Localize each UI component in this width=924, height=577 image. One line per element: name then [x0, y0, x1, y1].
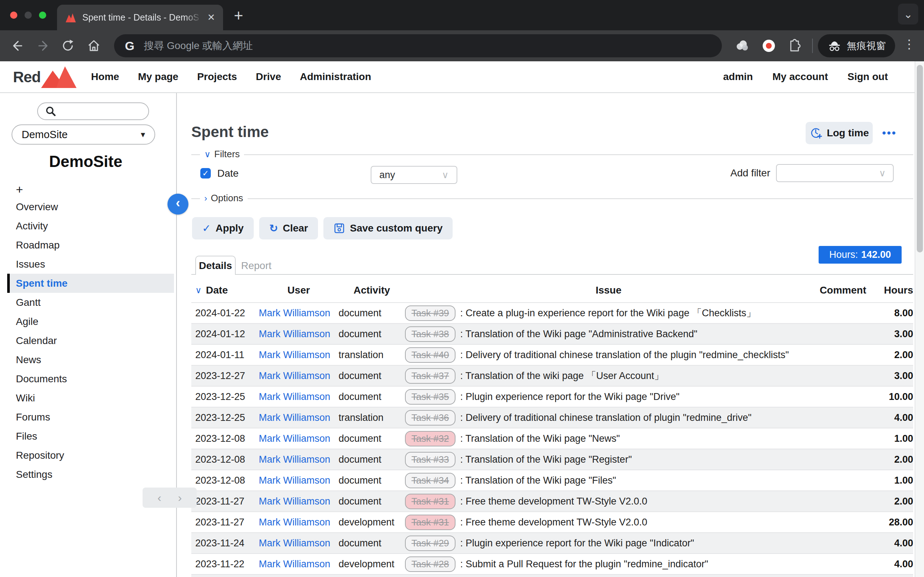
sidebar-collapse-button[interactable]: ‹: [168, 193, 188, 214]
sidebar-item-files[interactable]: Files: [0, 427, 177, 446]
nav-item-administration[interactable]: Administration: [300, 71, 372, 82]
nav-item-my-page[interactable]: My page: [138, 71, 178, 82]
user-link[interactable]: Mark Williamson: [259, 391, 339, 403]
date-filter-checkbox[interactable]: ✓: [200, 168, 211, 179]
task-pill[interactable]: Task #37: [405, 368, 456, 384]
extension-cloud-icon[interactable]: [735, 39, 749, 53]
issue-cell: Task #38: Translation of the Wiki page "…: [405, 326, 812, 342]
filters-legend[interactable]: ∨ Filters: [200, 148, 244, 160]
user-nav-sign-out[interactable]: Sign out: [848, 71, 888, 82]
sidebar-item-documents[interactable]: Documents: [0, 369, 177, 388]
sidebar-item-wiki[interactable]: Wiki: [0, 388, 177, 408]
task-pill[interactable]: Task #38: [405, 326, 456, 342]
sidebar-item-repository[interactable]: Repository: [0, 446, 177, 465]
window-zoom-button[interactable]: [39, 11, 46, 19]
task-pill[interactable]: Task #28: [405, 556, 456, 572]
user-link[interactable]: Mark Williamson: [259, 350, 339, 361]
sidebar-item-roadmap[interactable]: Roadmap: [0, 235, 177, 255]
task-pill[interactable]: Task #36: [405, 410, 456, 425]
back-icon[interactable]: [10, 39, 24, 53]
task-pill[interactable]: Task #34: [405, 473, 456, 488]
add-filter-select[interactable]: ∨: [776, 164, 894, 182]
clear-button[interactable]: ↻ Clear: [259, 217, 318, 239]
sidebar-item-calendar[interactable]: Calendar: [0, 331, 177, 350]
page-scrollbar[interactable]: [914, 61, 924, 577]
column-header-hours[interactable]: Hours: [866, 285, 913, 296]
sidebar-item-forums[interactable]: Forums: [0, 408, 177, 427]
task-pill[interactable]: Task #31: [405, 494, 456, 509]
sidebar-item-activity[interactable]: Activity: [0, 216, 177, 235]
user-link[interactable]: Mark Williamson: [259, 329, 339, 340]
task-pill[interactable]: Task #33: [405, 452, 456, 467]
sidebar-resize-control[interactable]: ‹ ›: [142, 488, 197, 508]
sidebar-add-button[interactable]: +: [16, 182, 23, 197]
sidebar-item-gantt[interactable]: Gantt: [0, 293, 177, 312]
scrollbar-thumb[interactable]: [917, 65, 923, 253]
sidebar-item-spent-time[interactable]: Spent time: [7, 274, 174, 293]
task-pill[interactable]: Task #35: [405, 389, 456, 405]
tab-report[interactable]: Report: [236, 257, 276, 274]
forward-icon[interactable]: [37, 39, 51, 53]
date-operator-select[interactable]: any ∨: [371, 166, 457, 184]
log-time-button[interactable]: Log time: [806, 122, 873, 144]
date-cell: 2023-12-08: [195, 475, 259, 486]
user-link[interactable]: Mark Williamson: [259, 371, 339, 382]
home-icon[interactable]: [87, 39, 101, 53]
options-legend-label: Options: [211, 193, 243, 204]
options-legend[interactable]: › Options: [200, 193, 247, 204]
user-link[interactable]: Mark Williamson: [259, 433, 339, 444]
window-close-button[interactable]: [10, 11, 17, 19]
sidebar-item-overview[interactable]: Overview: [0, 197, 177, 216]
extensions-puzzle-icon[interactable]: [788, 39, 802, 53]
redmine-logo[interactable]: Red: [13, 66, 77, 88]
task-pill[interactable]: Task #40: [405, 347, 456, 363]
search-input[interactable]: [37, 102, 149, 120]
tab-close-icon[interactable]: ✕: [207, 12, 215, 23]
column-header-user[interactable]: User: [259, 285, 339, 296]
user-link[interactable]: Mark Williamson: [259, 496, 339, 507]
user-link[interactable]: Mark Williamson: [259, 517, 339, 528]
user-link[interactable]: Mark Williamson: [259, 475, 339, 486]
issue-subject: : Translation of the Wiki page "Files": [460, 475, 616, 486]
tab-details[interactable]: Details: [195, 256, 236, 275]
user-nav-my-account[interactable]: My account: [772, 71, 828, 82]
sidebar-item-agile[interactable]: Agile: [0, 312, 177, 331]
reload-icon[interactable]: [61, 39, 75, 53]
toolbar-divider: [812, 39, 813, 53]
browser-menu-icon[interactable]: ⋮: [903, 37, 915, 51]
sidebar-item-issues[interactable]: Issues: [0, 255, 177, 274]
column-header-issue[interactable]: Issue: [405, 285, 812, 296]
redmine-favicon: [65, 13, 76, 23]
user-link[interactable]: Mark Williamson: [259, 308, 339, 319]
nav-item-home[interactable]: Home: [91, 71, 119, 82]
task-pill[interactable]: Task #31: [405, 515, 456, 530]
more-actions-icon[interactable]: •••: [882, 127, 897, 139]
user-link[interactable]: Mark Williamson: [259, 412, 339, 423]
user-link[interactable]: Mark Williamson: [259, 454, 339, 465]
sidebar-item-news[interactable]: News: [0, 350, 177, 369]
task-pill[interactable]: Task #29: [405, 535, 456, 551]
tab-search-button[interactable]: ⌄: [898, 3, 918, 24]
apply-button[interactable]: ✓ Apply: [192, 217, 254, 239]
issue-cell: Task #37: Translation of the wiki page 「…: [405, 368, 812, 384]
browser-tab[interactable]: Spent time - Details - DemoS ✕: [57, 5, 223, 30]
column-header-activity[interactable]: Activity: [339, 285, 405, 296]
task-pill[interactable]: Task #39: [405, 305, 456, 321]
nav-item-drive[interactable]: Drive: [256, 71, 281, 82]
user-nav-admin[interactable]: admin: [723, 71, 753, 82]
project-select[interactable]: DemoSite ▾: [11, 124, 155, 145]
user-link[interactable]: Mark Williamson: [259, 559, 339, 570]
activity-cell: document: [339, 475, 405, 486]
window-minimize-button[interactable]: [24, 11, 32, 19]
new-tab-button[interactable]: +: [234, 6, 243, 24]
nav-item-projects[interactable]: Projects: [197, 71, 237, 82]
address-bar[interactable]: G 搜尋 Google 或輸入網址: [114, 34, 722, 57]
hours-cell: 10.00: [866, 391, 913, 403]
task-pill[interactable]: Task #32: [405, 431, 456, 446]
column-header-comment[interactable]: Comment: [812, 285, 866, 296]
sidebar-item-settings[interactable]: Settings: [0, 465, 177, 484]
column-header-date[interactable]: ∨ Date: [195, 285, 259, 296]
record-extension-icon[interactable]: [762, 39, 776, 53]
save-custom-query-button[interactable]: Save custom query: [323, 217, 452, 239]
user-link[interactable]: Mark Williamson: [259, 538, 339, 549]
